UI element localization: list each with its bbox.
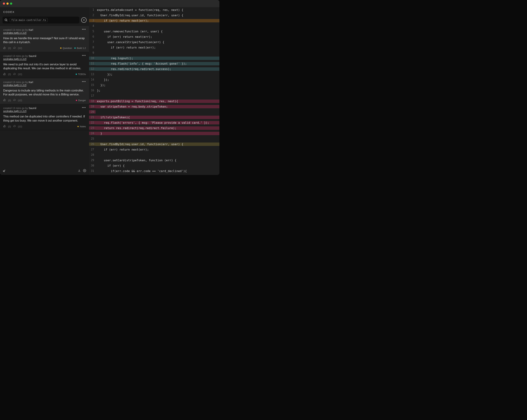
code-line[interactable]: 27 if (err) return next(err); xyxy=(89,147,220,152)
code-line[interactable]: 30 if (err) { xyxy=(89,163,220,168)
search-filter-chip[interactable]: file:main-controller.ts xyxy=(10,18,48,22)
reply-icon[interactable] xyxy=(13,73,16,76)
code-line[interactable]: 21 if(!stripeToken){ xyxy=(89,115,220,120)
file-ref-link[interactable]: src/index.ts#[L1:L12] xyxy=(3,58,26,61)
titlebar[interactable] xyxy=(0,0,220,7)
code-line[interactable]: 22 req.flash('errors', { msg: 'Please pr… xyxy=(89,120,220,125)
line-content: req.logout(); xyxy=(96,57,220,60)
maximize-icon[interactable] xyxy=(10,2,12,5)
reply-icon[interactable] xyxy=(13,47,16,50)
code-line[interactable]: 26 User.findById(req.user.id, function(e… xyxy=(89,141,220,147)
like-icon[interactable] xyxy=(3,125,6,128)
code-line[interactable]: 11 req.flash('info', { msg: 'Account gon… xyxy=(89,61,220,66)
tag[interactable]: Notes xyxy=(77,125,86,128)
like-count: (2) xyxy=(8,47,11,49)
code-line[interactable]: 25 xyxy=(89,136,220,141)
line-number: 2 xyxy=(89,14,96,17)
code-line[interactable]: 12 res.redirect(req.redirect.success); xyxy=(89,66,220,72)
line-number: 23 xyxy=(89,126,96,130)
line-content: }; xyxy=(96,89,220,92)
minimize-icon[interactable] xyxy=(6,2,9,5)
code-line[interactable]: 15 }); xyxy=(89,82,220,88)
reply-icon[interactable] xyxy=(13,125,16,128)
line-content: user.setCard(stripeToken, function (err)… xyxy=(96,159,220,162)
code-line[interactable]: 2 User.findById(req.user.id, function(er… xyxy=(89,12,220,18)
comment-list[interactable]: created 13 mins go by Karl src/index.ts#… xyxy=(0,26,89,167)
code-line[interactable]: 6 if (err) return next(err); xyxy=(89,34,220,39)
like-count: (2) xyxy=(8,99,11,102)
code-line[interactable]: 8 if (err) return next(err); xyxy=(89,45,220,50)
comment-meta: created 13 mins go by Saumil xyxy=(3,107,36,110)
code-line[interactable]: 10 req.logout(); xyxy=(89,55,220,61)
code-line[interactable]: 20 xyxy=(89,109,220,115)
line-content: res.redirect(req.redirect.success); xyxy=(96,67,220,71)
line-number: 20 xyxy=(89,110,96,114)
line-content: }); xyxy=(96,73,220,76)
plus-icon: + xyxy=(83,18,85,22)
line-number: 4 xyxy=(89,24,96,28)
line-number: 27 xyxy=(89,148,96,151)
code-editor[interactable]: 1exports.deleteAccount = function(req, r… xyxy=(89,7,220,175)
tag-label: Notes xyxy=(80,125,86,128)
like-icon[interactable] xyxy=(3,99,6,102)
line-number: 30 xyxy=(89,164,96,167)
line-number: 26 xyxy=(89,143,96,146)
tag[interactable]: Question xyxy=(60,47,72,49)
reply-count: (12) xyxy=(18,125,22,128)
like-icon[interactable] xyxy=(3,73,6,76)
comment-item[interactable]: created 13 mins go by Saumil src/index.t… xyxy=(0,52,89,78)
search-input[interactable]: file:main-controller.ts xyxy=(2,17,79,23)
code-line[interactable]: 13 }); xyxy=(89,72,220,77)
code-line[interactable]: 29 user.setCard(stripeToken, function (e… xyxy=(89,158,220,163)
settings-icon[interactable] xyxy=(83,169,86,173)
file-ref-link[interactable]: src/index.ts#[L1:L12] xyxy=(3,32,26,34)
line-number: 11 xyxy=(89,62,96,65)
code-line[interactable]: 5 user.remove(function (err, user) { xyxy=(89,29,220,34)
code-line[interactable]: 28 xyxy=(89,152,220,158)
comment-item[interactable]: created 13 mins go by Saumil src/index.t… xyxy=(0,104,89,130)
add-button[interactable]: + xyxy=(81,17,87,23)
more-icon[interactable]: ••• xyxy=(82,81,86,83)
tag[interactable]: TODOs xyxy=(76,73,86,75)
file-ref-link[interactable]: src/index.ts#[L1:L12] xyxy=(3,84,26,87)
line-content: if(!stripeToken){ xyxy=(96,116,220,119)
code-line[interactable]: 4 xyxy=(89,23,220,29)
line-number: 13 xyxy=(89,73,96,76)
close-icon[interactable] xyxy=(3,2,5,5)
code-line[interactable]: 9 xyxy=(89,50,220,55)
reply-icon[interactable] xyxy=(13,99,16,102)
code-line[interactable]: 31 if(err.code && err.code == 'card_decl… xyxy=(89,168,220,174)
window-controls xyxy=(3,2,12,5)
code-line[interactable]: 7 user.cancelStripe(function(err) { xyxy=(89,39,220,45)
code-line[interactable]: 17 xyxy=(89,93,220,98)
file-ref-link[interactable]: src/index.ts#[L1:L12] xyxy=(3,110,26,113)
search-icon xyxy=(4,18,8,22)
tag[interactable]: Build 1.2 xyxy=(74,47,86,49)
code-line[interactable]: 16}; xyxy=(89,88,220,93)
comment-item[interactable]: created 13 mins go by Karl src/index.ts#… xyxy=(0,78,89,104)
line-number: 5 xyxy=(89,30,96,33)
line-number: 19 xyxy=(89,105,96,108)
code-line[interactable]: 1exports.deleteAccount = function(req, r… xyxy=(89,7,220,12)
code-line[interactable]: 18exports.postBilling = function(req, re… xyxy=(89,98,220,104)
code-line[interactable]: 23 return res.redirect(req.redirect.fail… xyxy=(89,125,220,131)
code-line[interactable]: 14 }); xyxy=(89,77,220,82)
code-line[interactable]: 24 } xyxy=(89,131,220,136)
line-number: 24 xyxy=(89,132,96,135)
download-icon[interactable] xyxy=(78,169,81,173)
tag-label: Build 1.2 xyxy=(77,47,86,49)
svg-line-1 xyxy=(7,21,7,21)
line-number: 1 xyxy=(89,8,96,11)
reply-count: (12) xyxy=(18,73,22,75)
sidebar-footer: •/ xyxy=(0,167,89,175)
tag[interactable]: Danger xyxy=(76,99,86,102)
more-icon[interactable]: ••• xyxy=(82,55,86,56)
comment-body: This method can be duplicated into other… xyxy=(3,115,86,123)
comment-item[interactable]: created 13 mins go by Karl src/index.ts#… xyxy=(0,26,89,52)
code-line[interactable]: 19 var stripeToken = req.body.stripeToke… xyxy=(89,104,220,109)
code-line[interactable]: 3 if (err) return next(err); xyxy=(89,18,220,23)
more-icon[interactable]: ••• xyxy=(82,29,86,30)
more-icon[interactable]: ••• xyxy=(82,107,86,108)
line-content: var stripeToken = req.body.stripeToken; xyxy=(96,105,220,108)
like-icon[interactable] xyxy=(3,47,6,50)
